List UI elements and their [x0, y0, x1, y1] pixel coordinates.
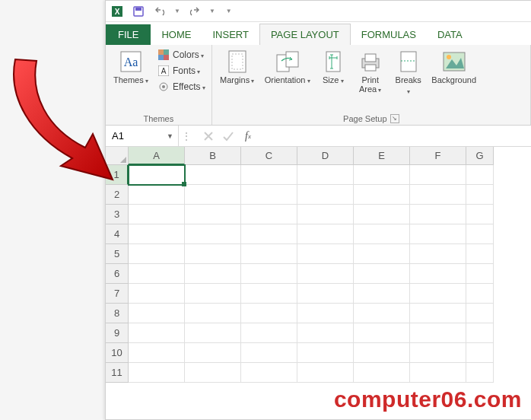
tab-page-layout[interactable]: PAGE LAYOUT: [259, 24, 351, 45]
cell[interactable]: [297, 264, 354, 284]
cell[interactable]: [354, 185, 410, 205]
cell[interactable]: [297, 244, 354, 264]
undo-dropdown-icon[interactable]: ▼: [174, 8, 180, 14]
cell[interactable]: [354, 224, 410, 244]
cancel-formula-icon[interactable]: [200, 128, 217, 145]
colors-button[interactable]: Colors: [156, 48, 207, 62]
size-button[interactable]: Size: [317, 48, 349, 88]
enter-formula-icon[interactable]: [220, 128, 237, 145]
cell[interactable]: [466, 304, 494, 323]
cell[interactable]: [185, 363, 241, 383]
cell[interactable]: [354, 165, 410, 185]
cell[interactable]: [410, 244, 466, 264]
cell[interactable]: [466, 185, 494, 205]
cell[interactable]: [129, 185, 185, 205]
cell[interactable]: [241, 323, 297, 343]
cell[interactable]: [354, 264, 410, 284]
cell[interactable]: [297, 165, 354, 185]
background-button[interactable]: Background: [430, 48, 479, 86]
col-header[interactable]: E: [354, 147, 410, 165]
effects-button[interactable]: Effects: [156, 80, 207, 94]
cell[interactable]: [241, 304, 297, 323]
cell[interactable]: [297, 185, 354, 205]
row-header[interactable]: 10: [106, 343, 129, 363]
col-header[interactable]: G: [466, 147, 494, 165]
tab-home[interactable]: HOME: [151, 24, 202, 45]
cell[interactable]: [241, 165, 297, 185]
row-header[interactable]: 7: [106, 284, 129, 304]
print-area-button[interactable]: Print Area: [354, 48, 387, 97]
worksheet-grid[interactable]: A B C D E F G 1 2 3 4 5 6 7 8 9 10 11: [106, 147, 531, 383]
cell-A1[interactable]: [129, 165, 185, 185]
col-header[interactable]: B: [185, 147, 241, 165]
undo-icon[interactable]: [153, 5, 167, 18]
cell[interactable]: [185, 323, 241, 343]
row-header[interactable]: 9: [106, 323, 129, 343]
row-header[interactable]: 8: [106, 304, 129, 323]
cell[interactable]: [129, 284, 185, 304]
orientation-button[interactable]: Orientation: [262, 48, 313, 88]
cell[interactable]: [185, 165, 241, 185]
cell[interactable]: [129, 323, 185, 343]
cell[interactable]: [185, 224, 241, 244]
cell[interactable]: [410, 224, 466, 244]
cell[interactable]: [241, 343, 297, 363]
cell[interactable]: [241, 363, 297, 383]
margins-button[interactable]: Margins: [217, 48, 258, 88]
cell[interactable]: [410, 363, 466, 383]
row-header[interactable]: 6: [106, 264, 129, 284]
cell[interactable]: [241, 244, 297, 264]
qat-customize-icon[interactable]: ▼: [226, 8, 232, 14]
row-header[interactable]: 3: [106, 205, 129, 224]
cell[interactable]: [410, 323, 466, 343]
cell[interactable]: [466, 323, 494, 343]
tab-data[interactable]: DATA: [427, 24, 473, 45]
cell[interactable]: [241, 224, 297, 244]
cell[interactable]: [129, 363, 185, 383]
cell[interactable]: [129, 244, 185, 264]
cell[interactable]: [354, 323, 410, 343]
cell[interactable]: [410, 185, 466, 205]
col-header[interactable]: C: [241, 147, 297, 165]
cell[interactable]: [185, 205, 241, 224]
cell[interactable]: [297, 304, 354, 323]
cell[interactable]: [241, 264, 297, 284]
save-icon[interactable]: [132, 5, 145, 18]
cell[interactable]: [241, 205, 297, 224]
tab-insert[interactable]: INSERT: [202, 24, 259, 45]
cell[interactable]: [354, 304, 410, 323]
breaks-button[interactable]: Breaks: [392, 48, 425, 98]
cell[interactable]: [297, 363, 354, 383]
col-header[interactable]: D: [297, 147, 354, 165]
cell[interactable]: [466, 284, 494, 304]
cell[interactable]: [466, 205, 494, 224]
cell[interactable]: [466, 224, 494, 244]
cell[interactable]: [410, 343, 466, 363]
cell[interactable]: [354, 343, 410, 363]
cell[interactable]: [185, 264, 241, 284]
cell[interactable]: [354, 363, 410, 383]
row-header[interactable]: 5: [106, 244, 129, 264]
cell[interactable]: [354, 244, 410, 264]
cell[interactable]: [297, 224, 354, 244]
cell[interactable]: [297, 343, 354, 363]
cell[interactable]: [297, 284, 354, 304]
cell[interactable]: [297, 205, 354, 224]
col-header[interactable]: A: [129, 147, 185, 165]
cell[interactable]: [466, 264, 494, 284]
row-header[interactable]: 4: [106, 224, 129, 244]
cell[interactable]: [410, 304, 466, 323]
cell[interactable]: [410, 284, 466, 304]
cell[interactable]: [410, 205, 466, 224]
cell[interactable]: [185, 185, 241, 205]
page-setup-launcher-icon[interactable]: ↘: [390, 114, 399, 123]
cell[interactable]: [297, 323, 354, 343]
cell[interactable]: [185, 343, 241, 363]
formula-input[interactable]: [262, 126, 531, 146]
cell[interactable]: [129, 343, 185, 363]
cell[interactable]: [466, 165, 494, 185]
cell[interactable]: [185, 244, 241, 264]
cell[interactable]: [466, 244, 494, 264]
cell[interactable]: [129, 224, 185, 244]
row-header[interactable]: 11: [106, 363, 129, 383]
